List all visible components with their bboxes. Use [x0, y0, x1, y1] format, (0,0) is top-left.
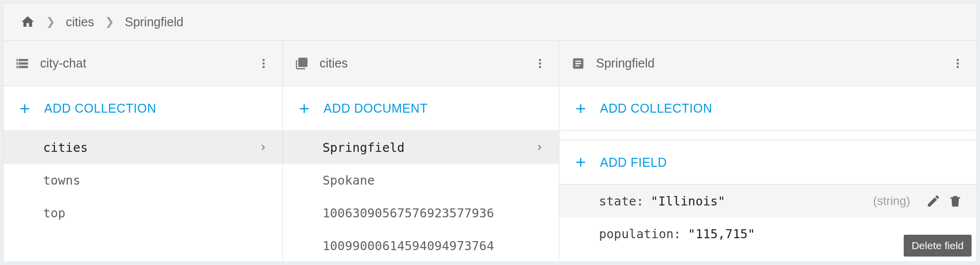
more-vert-icon[interactable] [951, 57, 965, 70]
collection-icon [295, 57, 309, 70]
item-label: 10063090567576923577936 [323, 206, 545, 220]
document-item[interactable]: 10099000614594094973764 [283, 229, 559, 262]
item-label: Springfield [323, 140, 534, 155]
field-list: ADD FIELD state Illinois (string) popula… [559, 131, 977, 262]
add-collection-button[interactable]: ADD COLLECTION [3, 86, 282, 131]
item-label: 10099000614594094973764 [323, 239, 545, 253]
add-label: ADD FIELD [600, 155, 667, 170]
breadcrumb-item[interactable]: cities [66, 15, 94, 29]
edit-icon[interactable] [926, 194, 941, 208]
chevron-right-icon [258, 142, 269, 153]
item-label: top [43, 206, 269, 220]
document-icon [571, 57, 585, 70]
plus-icon [297, 101, 312, 116]
column-title: city-chat [40, 56, 257, 70]
document-item[interactable]: Spokane [283, 164, 559, 197]
collection-column: cities ADD DOCUMENT Springfield Spokane … [283, 41, 559, 262]
item-label: Spokane [323, 173, 545, 188]
document-item[interactable]: Springfield [283, 131, 559, 164]
field-type: (string) [873, 194, 910, 208]
delete-icon[interactable] [948, 194, 963, 208]
collection-list: cities towns top [3, 131, 282, 262]
column-title: Springfield [596, 56, 951, 70]
home-icon[interactable] [20, 14, 35, 29]
add-collection-button[interactable]: ADD COLLECTION [559, 86, 977, 131]
field-value: 115,715 [688, 227, 755, 241]
chevron-right-icon: ❯ [46, 15, 55, 28]
chevron-right-icon [534, 142, 545, 153]
collection-item[interactable]: top [3, 197, 282, 229]
more-vert-icon[interactable] [533, 57, 547, 70]
more-vert-icon[interactable] [257, 57, 271, 70]
collection-item[interactable]: towns [3, 164, 282, 197]
plus-icon [17, 101, 32, 116]
plus-icon [573, 155, 588, 170]
field-value: Illinois [651, 194, 725, 208]
add-label: ADD DOCUMENT [324, 101, 428, 116]
project-column: city-chat ADD COLLECTION cities towns to… [3, 41, 283, 262]
field-row[interactable]: state Illinois (string) [559, 185, 977, 217]
add-field-button[interactable]: ADD FIELD [559, 140, 977, 185]
add-label: ADD COLLECTION [44, 101, 156, 116]
plus-icon [573, 101, 588, 116]
column-header: city-chat [3, 41, 282, 86]
field-key: population [599, 227, 688, 241]
breadcrumb-item[interactable]: Springfield [125, 15, 183, 29]
chevron-right-icon: ❯ [105, 15, 114, 28]
column-header: Springfield [559, 41, 977, 86]
document-column: Springfield ADD COLLECTION ADD FIELD sta… [559, 41, 977, 262]
add-label: ADD COLLECTION [600, 101, 712, 116]
item-label: towns [43, 173, 269, 188]
document-list: Springfield Spokane 10063090567576923577… [283, 131, 559, 262]
item-label: cities [43, 140, 258, 155]
collection-item[interactable]: cities [3, 131, 282, 164]
add-document-button[interactable]: ADD DOCUMENT [283, 86, 559, 131]
column-title: cities [320, 56, 533, 70]
breadcrumb: ❯ cities ❯ Springfield [3, 3, 977, 41]
storage-icon [15, 57, 29, 70]
column-header: cities [283, 41, 559, 86]
field-row[interactable]: population 115,715 [559, 217, 977, 250]
field-key: state [599, 194, 651, 208]
document-item[interactable]: 10063090567576923577936 [283, 197, 559, 229]
